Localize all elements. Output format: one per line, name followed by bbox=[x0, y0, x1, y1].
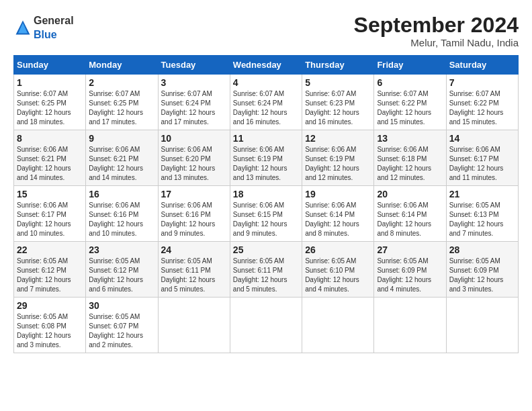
day-info: Sunrise: 6:06 AM Sunset: 6:21 PM Dayligh… bbox=[89, 145, 154, 183]
calendar-table: Sunday Monday Tuesday Wednesday Thursday… bbox=[13, 55, 519, 353]
calendar-cell: 8Sunrise: 6:06 AM Sunset: 6:21 PM Daylig… bbox=[14, 130, 86, 186]
header-monday: Monday bbox=[86, 56, 158, 75]
calendar-cell: 27Sunrise: 6:05 AM Sunset: 6:09 PM Dayli… bbox=[374, 242, 446, 298]
calendar-cell: 10Sunrise: 6:06 AM Sunset: 6:20 PM Dayli… bbox=[158, 130, 230, 186]
location-text: Melur, Tamil Nadu, India bbox=[354, 37, 519, 48]
calendar-cell: 15Sunrise: 6:06 AM Sunset: 6:17 PM Dayli… bbox=[14, 186, 86, 242]
header-sunday: Sunday bbox=[14, 56, 86, 75]
day-number: 8 bbox=[17, 133, 83, 144]
day-number: 23 bbox=[89, 244, 154, 255]
day-number: 26 bbox=[305, 244, 371, 255]
day-number: 17 bbox=[161, 189, 227, 199]
header-row: Sunday Monday Tuesday Wednesday Thursday… bbox=[14, 56, 519, 75]
day-number: 5 bbox=[305, 77, 371, 88]
calendar-cell: 23Sunrise: 6:05 AM Sunset: 6:12 PM Dayli… bbox=[86, 242, 158, 298]
calendar-cell: 26Sunrise: 6:05 AM Sunset: 6:10 PM Dayli… bbox=[302, 242, 374, 298]
calendar-cell: 25Sunrise: 6:05 AM Sunset: 6:11 PM Dayli… bbox=[230, 242, 302, 298]
day-number: 28 bbox=[449, 244, 515, 255]
day-number: 12 bbox=[305, 133, 371, 144]
logo-blue-text: Blue bbox=[34, 29, 57, 40]
day-info: Sunrise: 6:05 AM Sunset: 6:07 PM Dayligh… bbox=[89, 312, 154, 350]
day-info: Sunrise: 6:06 AM Sunset: 6:19 PM Dayligh… bbox=[305, 145, 371, 183]
calendar-cell bbox=[158, 298, 230, 353]
day-number: 27 bbox=[377, 244, 443, 255]
day-info: Sunrise: 6:05 AM Sunset: 6:11 PM Dayligh… bbox=[161, 257, 227, 294]
calendar-cell: 29Sunrise: 6:05 AM Sunset: 6:08 PM Dayli… bbox=[14, 298, 86, 353]
day-number: 22 bbox=[17, 244, 83, 255]
calendar-cell: 21Sunrise: 6:05 AM Sunset: 6:13 PM Dayli… bbox=[446, 186, 518, 242]
calendar-cell bbox=[374, 298, 446, 353]
calendar-cell: 14Sunrise: 6:06 AM Sunset: 6:17 PM Dayli… bbox=[446, 130, 518, 186]
day-info: Sunrise: 6:06 AM Sunset: 6:17 PM Dayligh… bbox=[17, 201, 83, 238]
logo-general-text: General bbox=[34, 15, 74, 26]
day-number: 24 bbox=[161, 244, 227, 255]
calendar-cell: 20Sunrise: 6:06 AM Sunset: 6:14 PM Dayli… bbox=[374, 186, 446, 242]
day-info: Sunrise: 6:06 AM Sunset: 6:16 PM Dayligh… bbox=[161, 201, 227, 238]
day-number: 20 bbox=[377, 189, 443, 199]
header-tuesday: Tuesday bbox=[158, 56, 230, 75]
calendar-cell: 18Sunrise: 6:06 AM Sunset: 6:15 PM Dayli… bbox=[230, 186, 302, 242]
day-info: Sunrise: 6:07 AM Sunset: 6:24 PM Dayligh… bbox=[233, 89, 299, 127]
day-number: 16 bbox=[89, 189, 154, 199]
calendar-cell: 30Sunrise: 6:05 AM Sunset: 6:07 PM Dayli… bbox=[86, 298, 158, 353]
day-number: 14 bbox=[449, 133, 515, 144]
day-info: Sunrise: 6:05 AM Sunset: 6:09 PM Dayligh… bbox=[377, 257, 443, 294]
day-info: Sunrise: 6:06 AM Sunset: 6:16 PM Dayligh… bbox=[89, 201, 154, 238]
logo-icon bbox=[13, 18, 32, 37]
calendar-cell: 19Sunrise: 6:06 AM Sunset: 6:14 PM Dayli… bbox=[302, 186, 374, 242]
month-title: September 2024 bbox=[354, 13, 519, 37]
day-info: Sunrise: 6:06 AM Sunset: 6:17 PM Dayligh… bbox=[449, 145, 515, 183]
day-number: 6 bbox=[377, 77, 443, 88]
calendar-cell bbox=[302, 298, 374, 353]
calendar-body: 1Sunrise: 6:07 AM Sunset: 6:25 PM Daylig… bbox=[14, 75, 519, 353]
header-thursday: Thursday bbox=[302, 56, 374, 75]
calendar-cell: 12Sunrise: 6:06 AM Sunset: 6:19 PM Dayli… bbox=[302, 130, 374, 186]
day-number: 1 bbox=[17, 77, 83, 88]
day-number: 13 bbox=[377, 133, 443, 144]
logo: General Blue bbox=[13, 13, 74, 42]
calendar-cell: 22Sunrise: 6:05 AM Sunset: 6:12 PM Dayli… bbox=[14, 242, 86, 298]
day-number: 7 bbox=[449, 77, 515, 88]
day-number: 4 bbox=[233, 77, 299, 88]
day-info: Sunrise: 6:06 AM Sunset: 6:15 PM Dayligh… bbox=[233, 201, 299, 238]
calendar-cell: 4Sunrise: 6:07 AM Sunset: 6:24 PM Daylig… bbox=[230, 75, 302, 130]
day-number: 3 bbox=[161, 77, 227, 88]
day-info: Sunrise: 6:06 AM Sunset: 6:14 PM Dayligh… bbox=[377, 201, 443, 238]
day-info: Sunrise: 6:06 AM Sunset: 6:20 PM Dayligh… bbox=[161, 145, 227, 183]
day-info: Sunrise: 6:05 AM Sunset: 6:10 PM Dayligh… bbox=[305, 257, 371, 294]
title-block: September 2024 Melur, Tamil Nadu, India bbox=[354, 13, 519, 48]
day-info: Sunrise: 6:06 AM Sunset: 6:21 PM Dayligh… bbox=[17, 145, 83, 183]
calendar-week-1: 1Sunrise: 6:07 AM Sunset: 6:25 PM Daylig… bbox=[14, 75, 519, 130]
day-number: 30 bbox=[89, 300, 154, 311]
day-number: 18 bbox=[233, 189, 299, 199]
header-saturday: Saturday bbox=[446, 56, 518, 75]
day-info: Sunrise: 6:05 AM Sunset: 6:12 PM Dayligh… bbox=[89, 257, 154, 294]
calendar-week-5: 29Sunrise: 6:05 AM Sunset: 6:08 PM Dayli… bbox=[14, 298, 519, 353]
day-number: 2 bbox=[89, 77, 154, 88]
day-info: Sunrise: 6:05 AM Sunset: 6:09 PM Dayligh… bbox=[449, 257, 515, 294]
calendar-cell: 13Sunrise: 6:06 AM Sunset: 6:18 PM Dayli… bbox=[374, 130, 446, 186]
calendar-cell: 11Sunrise: 6:06 AM Sunset: 6:19 PM Dayli… bbox=[230, 130, 302, 186]
calendar-week-2: 8Sunrise: 6:06 AM Sunset: 6:21 PM Daylig… bbox=[14, 130, 519, 186]
day-number: 9 bbox=[89, 133, 154, 144]
calendar-cell: 3Sunrise: 6:07 AM Sunset: 6:24 PM Daylig… bbox=[158, 75, 230, 130]
day-number: 25 bbox=[233, 244, 299, 255]
day-number: 15 bbox=[17, 189, 83, 199]
calendar-cell bbox=[230, 298, 302, 353]
day-info: Sunrise: 6:05 AM Sunset: 6:13 PM Dayligh… bbox=[449, 201, 515, 238]
day-number: 11 bbox=[233, 133, 299, 144]
calendar-cell: 1Sunrise: 6:07 AM Sunset: 6:25 PM Daylig… bbox=[14, 75, 86, 130]
calendar-cell bbox=[446, 298, 518, 353]
calendar-cell: 6Sunrise: 6:07 AM Sunset: 6:22 PM Daylig… bbox=[374, 75, 446, 130]
calendar-cell: 9Sunrise: 6:06 AM Sunset: 6:21 PM Daylig… bbox=[86, 130, 158, 186]
day-info: Sunrise: 6:07 AM Sunset: 6:22 PM Dayligh… bbox=[449, 89, 515, 127]
day-info: Sunrise: 6:05 AM Sunset: 6:11 PM Dayligh… bbox=[233, 257, 299, 294]
day-info: Sunrise: 6:07 AM Sunset: 6:25 PM Dayligh… bbox=[89, 89, 154, 127]
calendar-week-4: 22Sunrise: 6:05 AM Sunset: 6:12 PM Dayli… bbox=[14, 242, 519, 298]
day-number: 21 bbox=[449, 189, 515, 199]
day-info: Sunrise: 6:06 AM Sunset: 6:18 PM Dayligh… bbox=[377, 145, 443, 183]
calendar-cell: 7Sunrise: 6:07 AM Sunset: 6:22 PM Daylig… bbox=[446, 75, 518, 130]
day-info: Sunrise: 6:07 AM Sunset: 6:24 PM Dayligh… bbox=[161, 89, 227, 127]
day-info: Sunrise: 6:05 AM Sunset: 6:08 PM Dayligh… bbox=[17, 312, 83, 350]
page-header: General Blue September 2024 Melur, Tamil… bbox=[13, 13, 519, 48]
